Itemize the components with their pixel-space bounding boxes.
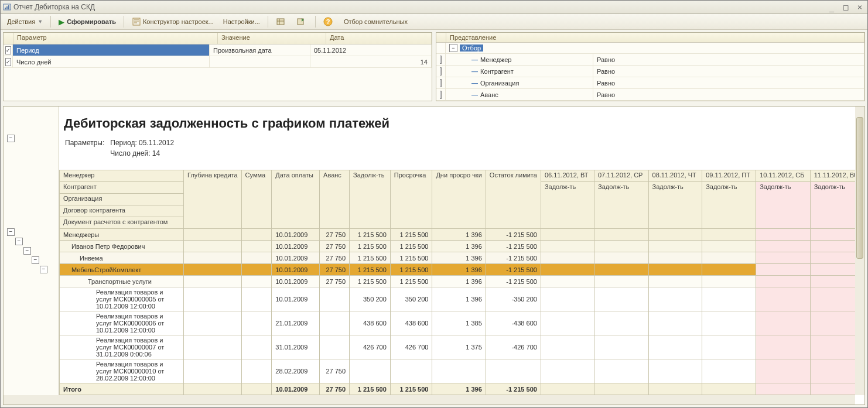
tool-icon-2[interactable] xyxy=(292,15,312,29)
doubtful-button[interactable]: Отбор сомнительных xyxy=(340,15,412,29)
filter-header: Представление xyxy=(446,33,864,42)
tree-toggle[interactable]: − xyxy=(40,266,47,273)
param-value xyxy=(210,56,310,67)
filter-panel: Представление −Отбор —Менеджер Равно —Ко… xyxy=(436,32,865,101)
table-row[interactable]: Реализация товаров и услуг МСК00000007 о… xyxy=(60,335,864,359)
horizontal-scrollbar[interactable] xyxy=(4,395,855,404)
param-value: Произвольная дата xyxy=(210,44,310,56)
svg-text:?: ? xyxy=(326,18,330,25)
filter-root-row[interactable]: −Отбор xyxy=(436,43,864,54)
svg-rect-3 xyxy=(8,5,9,9)
tree-toggle[interactable]: − xyxy=(7,135,15,142)
param-row[interactable]: ✓ Число дней 14 xyxy=(4,56,432,68)
table-row[interactable]: МебельСтройКомплект10.01.200927 7501 215… xyxy=(60,264,864,276)
table-row[interactable]: Реализация товаров и услуг МСК00000005 о… xyxy=(60,287,864,311)
titlebar: Отчет Дебиторка на СКД _ □ × xyxy=(1,1,867,14)
settings-panels: Параметр Значение Дата ✓ Период Произвол… xyxy=(1,30,867,104)
report-params: Параметры:Период: 05.11.2012 Число дней:… xyxy=(59,135,184,162)
generate-button[interactable]: ▶Сформировать xyxy=(54,15,120,29)
app-icon xyxy=(3,3,11,11)
checkbox[interactable] xyxy=(440,56,442,64)
tree-toggle[interactable]: − xyxy=(32,256,39,264)
checkbox[interactable] xyxy=(440,67,442,76)
table-row[interactable]: Реализация товаров и услуг МСК00000010 о… xyxy=(60,359,864,383)
filter-field: —Организация xyxy=(446,77,593,88)
table-row[interactable]: Иванов Петр Федорович10.01.200927 7501 2… xyxy=(60,241,864,252)
tree-toggle[interactable]: − xyxy=(15,238,23,245)
filter-condition: Равно xyxy=(593,54,864,65)
param-date: 14 xyxy=(310,56,432,67)
table-row[interactable]: Реализация товаров и услуг МСК00000006 о… xyxy=(60,311,864,335)
maximize-button[interactable]: □ xyxy=(840,3,851,11)
help-button[interactable]: ? xyxy=(319,15,339,29)
close-button[interactable]: × xyxy=(855,3,865,11)
filter-condition: Равно xyxy=(593,89,864,100)
report-title: Дебиторская задолженность с графиком пла… xyxy=(59,112,864,135)
checkbox[interactable] xyxy=(440,91,442,99)
help-icon: ? xyxy=(323,17,333,26)
params-header-date: Дата xyxy=(326,33,432,44)
table-icon xyxy=(276,17,285,26)
svg-rect-2 xyxy=(6,6,8,9)
param-date: 05.11.2012 xyxy=(310,44,432,56)
wrench-icon xyxy=(132,17,141,26)
filter-row[interactable]: —Контрагент Равно xyxy=(436,66,864,77)
table-row[interactable]: Инвема10.01.200927 7501 215 5001 215 500… xyxy=(60,252,864,264)
tool-icon-1[interactable] xyxy=(272,15,291,29)
tree-gutter: − − − − − − xyxy=(4,107,59,395)
report-area: − − − − − − Дебиторская задолженность с … xyxy=(3,106,865,405)
params-header-param: Параметр xyxy=(13,33,218,44)
tree-toggle[interactable]: − xyxy=(7,228,15,236)
table-row[interactable]: Менеджеры10.01.200927 7501 215 5001 215 … xyxy=(60,229,864,241)
window-title: Отчет Дебиторка на СКД xyxy=(13,3,95,11)
report-content: Дебиторская задолженность с графиком пла… xyxy=(59,107,864,395)
param-row[interactable]: ✓ Период Произвольная дата 05.11.2012 xyxy=(4,44,432,56)
filter-condition: Равно xyxy=(593,66,864,77)
constructor-button[interactable]: Конструктор настроек... xyxy=(128,15,218,29)
minimize-button[interactable]: _ xyxy=(826,3,837,11)
svg-rect-5 xyxy=(277,19,284,25)
play-icon: ▶ xyxy=(59,18,64,26)
filter-field: —Аванс xyxy=(446,89,593,100)
param-name: Число дней xyxy=(13,56,210,67)
filter-field: —Менеджер xyxy=(446,54,593,65)
vertical-scrollbar[interactable] xyxy=(855,107,864,395)
filter-row[interactable]: —Менеджер Равно xyxy=(436,54,864,66)
param-name: Период xyxy=(13,44,210,56)
filter-condition: Равно xyxy=(593,77,864,88)
params-panel: Параметр Значение Дата ✓ Период Произвол… xyxy=(3,32,432,101)
tree-toggle[interactable]: − xyxy=(23,247,31,255)
table-row[interactable]: Транспортные услуги10.01.200927 7501 215… xyxy=(60,276,864,287)
filter-root-label: Отбор xyxy=(460,44,483,52)
actions-menu[interactable]: Действия▼ xyxy=(3,15,47,29)
filter-row[interactable]: —Организация Равно xyxy=(436,77,864,89)
report-table: МенеджерГлубина кредитаСуммаДата оплатыА… xyxy=(59,170,864,395)
collapse-icon[interactable]: − xyxy=(449,44,457,52)
report-window: Отчет Дебиторка на СКД _ □ × Действия▼ ▶… xyxy=(0,0,868,408)
filter-row[interactable]: —Аванс Равно xyxy=(436,89,864,101)
settings-button[interactable]: Настройки... xyxy=(219,15,264,29)
refresh-icon xyxy=(296,17,306,26)
svg-rect-1 xyxy=(5,8,6,9)
filter-field: —Контрагент xyxy=(446,66,593,77)
toolbar: Действия▼ ▶Сформировать Конструктор наст… xyxy=(1,14,867,30)
params-header-value: Значение xyxy=(218,33,326,44)
table-row[interactable]: Итого10.01.200927 7501 215 5001 215 5001… xyxy=(60,383,864,395)
checkbox[interactable] xyxy=(440,79,442,87)
checkbox[interactable]: ✓ xyxy=(5,46,11,54)
checkbox[interactable]: ✓ xyxy=(5,58,11,66)
